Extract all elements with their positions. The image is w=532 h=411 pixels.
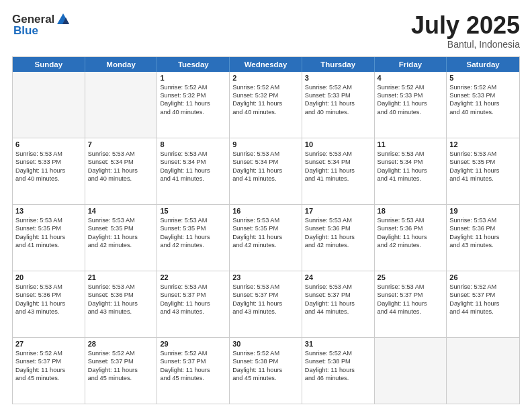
day-info-line: Sunrise: 5:52 AM <box>232 83 299 91</box>
calendar-day-empty <box>85 72 158 138</box>
day-info-line: Sunset: 5:38 PM <box>305 357 371 365</box>
title-block: July 2025 Bantul, Indonesia <box>411 12 520 50</box>
calendar-week: 1Sunrise: 5:52 AMSunset: 5:32 PMDaylight… <box>13 72 519 138</box>
day-info-line: Sunrise: 5:52 AM <box>449 283 517 291</box>
day-info-line: Sunrise: 5:53 AM <box>160 150 226 158</box>
day-info-line: and 40 minutes. <box>232 108 299 116</box>
day-info-line: Sunset: 5:36 PM <box>88 291 154 299</box>
day-info-line: Daylight: 11 hours <box>305 167 371 175</box>
day-info-line: Sunset: 5:36 PM <box>449 224 517 232</box>
day-number: 3 <box>305 74 371 82</box>
day-number: 27 <box>15 340 82 348</box>
day-info-line: Sunrise: 5:53 AM <box>160 216 226 224</box>
day-number: 17 <box>305 207 371 215</box>
day-info-line: Daylight: 11 hours <box>449 233 517 241</box>
logo-icon <box>56 12 71 27</box>
day-info-line: Daylight: 11 hours <box>305 99 371 107</box>
day-info-line: Sunset: 5:36 PM <box>378 224 444 232</box>
day-info-line: Sunset: 5:35 PM <box>15 224 82 232</box>
day-number: 30 <box>232 340 299 348</box>
day-info-line: Daylight: 11 hours <box>232 99 299 107</box>
day-info-line: Sunrise: 5:53 AM <box>232 216 299 224</box>
day-number: 21 <box>88 273 154 281</box>
day-info-line: Sunrise: 5:53 AM <box>160 283 226 291</box>
calendar-day: 1Sunrise: 5:52 AMSunset: 5:32 PMDaylight… <box>157 72 230 138</box>
calendar-day: 5Sunrise: 5:52 AMSunset: 5:33 PMDaylight… <box>447 72 519 138</box>
calendar-day: 22Sunrise: 5:53 AMSunset: 5:37 PMDayligh… <box>157 271 230 337</box>
weekday-header: Monday <box>85 57 158 72</box>
calendar-day: 21Sunrise: 5:53 AMSunset: 5:36 PMDayligh… <box>85 271 158 337</box>
calendar-day: 12Sunrise: 5:53 AMSunset: 5:35 PMDayligh… <box>447 138 519 204</box>
day-info-line: Daylight: 11 hours <box>88 233 154 241</box>
day-info-line: Sunrise: 5:53 AM <box>449 150 517 158</box>
day-info-line: Daylight: 11 hours <box>160 300 226 308</box>
day-info-line: and 40 minutes. <box>305 108 371 116</box>
day-number: 20 <box>15 273 82 281</box>
day-info-line: and 45 minutes. <box>88 374 154 382</box>
calendar-day: 25Sunrise: 5:53 AMSunset: 5:37 PMDayligh… <box>375 271 447 337</box>
day-info-line: Sunrise: 5:52 AM <box>160 83 226 91</box>
calendar-week: 20Sunrise: 5:53 AMSunset: 5:36 PMDayligh… <box>13 271 519 338</box>
day-info-line: Daylight: 11 hours <box>160 99 226 107</box>
day-info-line: Daylight: 11 hours <box>305 366 371 374</box>
calendar-day: 30Sunrise: 5:52 AMSunset: 5:38 PMDayligh… <box>230 338 302 404</box>
day-number: 11 <box>378 140 444 148</box>
day-info-line: Sunset: 5:32 PM <box>232 91 299 99</box>
day-info-line: and 42 minutes. <box>305 241 371 249</box>
day-info-line: Sunset: 5:35 PM <box>160 224 226 232</box>
calendar-day: 28Sunrise: 5:52 AMSunset: 5:37 PMDayligh… <box>85 338 158 404</box>
day-number: 24 <box>305 273 371 281</box>
calendar-day: 16Sunrise: 5:53 AMSunset: 5:35 PMDayligh… <box>230 205 302 271</box>
day-number: 15 <box>160 207 226 215</box>
day-info-line: and 45 minutes. <box>15 374 82 382</box>
calendar-day: 19Sunrise: 5:53 AMSunset: 5:36 PMDayligh… <box>447 205 519 271</box>
day-info-line: and 42 minutes. <box>160 241 226 249</box>
logo-blue: Blue <box>13 24 38 38</box>
day-info-line: Sunset: 5:37 PM <box>160 291 226 299</box>
day-info-line: Daylight: 11 hours <box>160 233 226 241</box>
day-number: 23 <box>232 273 299 281</box>
day-info-line: Daylight: 11 hours <box>305 300 371 308</box>
calendar-day: 14Sunrise: 5:53 AMSunset: 5:35 PMDayligh… <box>85 205 158 271</box>
day-info-line: and 42 minutes. <box>378 241 444 249</box>
day-info-line: Sunset: 5:33 PM <box>15 158 82 166</box>
day-info-line: Sunset: 5:33 PM <box>449 91 517 99</box>
calendar-day: 13Sunrise: 5:53 AMSunset: 5:35 PMDayligh… <box>13 205 85 271</box>
day-info-line: Daylight: 11 hours <box>232 233 299 241</box>
day-number: 29 <box>160 340 226 348</box>
day-info-line: Sunset: 5:36 PM <box>305 224 371 232</box>
month-title: July 2025 <box>411 12 520 39</box>
weekday-header: Thursday <box>302 57 375 72</box>
day-info-line: Sunrise: 5:52 AM <box>88 349 154 357</box>
day-number: 12 <box>449 140 517 148</box>
day-info-line: and 43 minutes. <box>232 308 299 316</box>
day-info-line: and 41 minutes. <box>160 175 226 183</box>
day-info-line: Daylight: 11 hours <box>15 167 82 175</box>
day-number: 2 <box>232 74 299 82</box>
day-info-line: Daylight: 11 hours <box>378 167 444 175</box>
day-info-line: Sunset: 5:34 PM <box>305 158 371 166</box>
calendar-day-empty <box>375 338 447 404</box>
calendar-day: 2Sunrise: 5:52 AMSunset: 5:32 PMDaylight… <box>230 72 302 138</box>
day-info-line: Sunset: 5:37 PM <box>378 291 444 299</box>
day-info-line: and 46 minutes. <box>305 374 371 382</box>
day-info-line: and 43 minutes. <box>449 241 517 249</box>
day-info-line: Sunset: 5:35 PM <box>232 224 299 232</box>
day-info-line: and 42 minutes. <box>232 241 299 249</box>
day-info-line: and 40 minutes. <box>160 108 226 116</box>
calendar-week: 27Sunrise: 5:52 AMSunset: 5:37 PMDayligh… <box>13 338 519 404</box>
calendar-day: 3Sunrise: 5:52 AMSunset: 5:33 PMDaylight… <box>302 72 375 138</box>
day-info-line: and 45 minutes. <box>232 374 299 382</box>
day-info-line: and 43 minutes. <box>15 308 82 316</box>
day-number: 7 <box>88 140 154 148</box>
day-number: 4 <box>378 74 444 82</box>
day-info-line: Sunset: 5:34 PM <box>378 158 444 166</box>
calendar-day: 23Sunrise: 5:53 AMSunset: 5:37 PMDayligh… <box>230 271 302 337</box>
day-number: 19 <box>449 207 517 215</box>
calendar-day: 20Sunrise: 5:53 AMSunset: 5:36 PMDayligh… <box>13 271 85 337</box>
day-info-line: and 44 minutes. <box>378 308 444 316</box>
day-info-line: Sunrise: 5:53 AM <box>305 283 371 291</box>
day-info-line: Sunrise: 5:53 AM <box>232 150 299 158</box>
day-info-line: and 40 minutes. <box>378 108 444 116</box>
calendar-week: 6Sunrise: 5:53 AMSunset: 5:33 PMDaylight… <box>13 138 519 205</box>
